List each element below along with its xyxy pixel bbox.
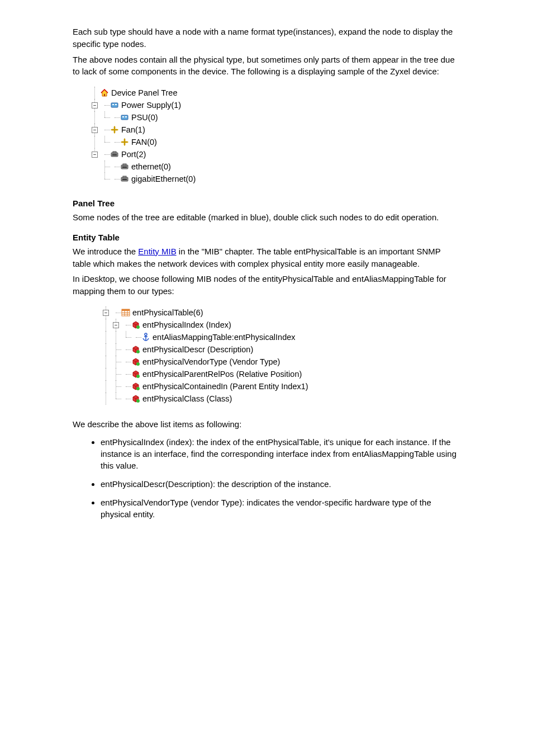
svg-rect-19 <box>122 309 130 311</box>
cube-icon <box>131 344 141 355</box>
cube-icon <box>131 394 141 404</box>
fan-icon <box>110 125 120 135</box>
fan-leaf-label: FAN(0) <box>131 136 157 148</box>
psu-leaf-label: PSU(0) <box>131 111 158 124</box>
tree-root-row[interactable]: Device Panel Tree <box>89 87 257 99</box>
svg-rect-16 <box>123 176 126 178</box>
tree-ethernet-leaf-row[interactable]: ethernet(0) <box>89 160 257 173</box>
anchor-icon <box>141 332 151 342</box>
list-item: entPhysicalVendorType (vendor Type): ind… <box>101 497 460 520</box>
svg-rect-13 <box>123 164 126 166</box>
panel-tree-body: Some nodes of the tree are editable (mar… <box>73 211 460 224</box>
svg-point-29 <box>136 362 140 366</box>
svg-point-32 <box>136 399 140 403</box>
mib-alias-row[interactable]: entAliasMappingTable:entPhysicalIndex <box>101 331 358 343</box>
expander-minus-icon[interactable]: − <box>103 310 109 316</box>
mib-relpos-row[interactable]: entPhysicalParentRelPos (Relative Positi… <box>101 368 358 380</box>
cube-icon <box>131 320 141 330</box>
expander-minus-icon[interactable]: − <box>113 322 119 328</box>
svg-rect-11 <box>112 154 117 155</box>
mib-index-row[interactable]: − entPhysicalIndex (Index) <box>101 319 358 331</box>
mib-class-row[interactable]: entPhysicalClass (Class) <box>101 393 358 405</box>
svg-point-25 <box>145 333 147 336</box>
mib-tree: − entPhysicalTable(6) − entPhysicalIndex… <box>101 303 358 408</box>
entity-table-heading: Entity Table <box>73 233 460 242</box>
device-panel-tree: Device Panel Tree − Power Supply(1) PSU(… <box>89 83 257 188</box>
mib-contained-row[interactable]: entPhysicalContainedIn (Parent Entity In… <box>101 380 358 393</box>
svg-rect-2 <box>112 104 114 105</box>
port-icon <box>120 174 130 184</box>
list-item: entPhysicalIndex (index): the index of t… <box>101 436 460 471</box>
mib-relpos-label: entPhysicalParentRelPos (Relative Positi… <box>142 368 302 380</box>
panel-tree-heading: Panel Tree <box>73 199 460 208</box>
psu-icon <box>110 100 120 110</box>
svg-point-28 <box>136 350 140 353</box>
port-icon <box>120 162 130 172</box>
mib-root-label: entPhysicalTable(6) <box>132 306 203 319</box>
tree-root-label: Device Panel Tree <box>111 87 177 99</box>
expander-minus-icon[interactable]: − <box>92 127 98 133</box>
cube-icon <box>131 357 141 367</box>
psu-icon <box>120 112 130 122</box>
svg-rect-10 <box>113 152 116 153</box>
svg-rect-5 <box>122 116 124 117</box>
mib-index-label: entPhysicalIndex (Index) <box>142 319 231 331</box>
mib-vendor-row[interactable]: entPhysicalVendorType (Vendor Type) <box>101 356 358 368</box>
svg-rect-1 <box>111 103 118 107</box>
mib-alias-label: entAliasMappingTable:entPhysicalIndex <box>153 331 296 343</box>
entity-table-p1: We introduce the Entity MIB in the "MIB"… <box>73 245 460 270</box>
list-item: entPhysicalDescr(Description): the descr… <box>101 478 460 490</box>
svg-point-24 <box>136 325 140 329</box>
entity-mib-link[interactable]: Entity MIB <box>138 247 176 256</box>
mib-descr-label: entPhysicalDescr (Description) <box>142 343 253 356</box>
svg-rect-3 <box>115 104 117 105</box>
svg-rect-17 <box>122 179 127 180</box>
house-icon <box>99 88 110 98</box>
list-intro: We describe the above list items as foll… <box>73 418 460 431</box>
power-supply-label: Power Supply(1) <box>121 99 181 111</box>
svg-rect-6 <box>125 116 127 117</box>
port-icon <box>110 149 120 159</box>
cube-icon <box>131 369 141 379</box>
et-p1-pre: We introduce the <box>73 247 138 256</box>
mib-vendor-label: entPhysicalVendorType (Vendor Type) <box>142 356 280 368</box>
fan-group-label: Fan(1) <box>121 124 145 136</box>
tree-gigabit-leaf-row[interactable]: gigabitEthernet(0) <box>89 173 257 185</box>
cube-icon <box>131 381 141 391</box>
svg-point-31 <box>136 387 140 390</box>
description-list: entPhysicalIndex (index): the index of t… <box>101 436 460 520</box>
tree-power-supply-row[interactable]: − Power Supply(1) <box>89 99 257 111</box>
table-icon <box>121 308 131 318</box>
expander-minus-icon[interactable]: − <box>92 152 98 158</box>
mib-contained-label: entPhysicalContainedIn (Parent Entity In… <box>142 380 308 393</box>
intro-paragraph-2: The above nodes contain all the physical… <box>73 54 460 78</box>
intro-paragraph-1: Each sub type should have a node with a … <box>73 26 460 50</box>
ethernet-leaf-label: ethernet(0) <box>131 160 171 173</box>
tree-psu-leaf-row[interactable]: PSU(0) <box>89 111 257 124</box>
tree-fan-row[interactable]: − Fan(1) <box>89 124 257 136</box>
mib-descr-row[interactable]: entPhysicalDescr (Description) <box>101 343 358 356</box>
mib-root-row[interactable]: − entPhysicalTable(6) <box>101 306 358 319</box>
entity-table-p2: In iDesktop, we choose following MIB nod… <box>73 273 460 297</box>
svg-rect-4 <box>121 115 128 120</box>
svg-point-30 <box>136 375 140 378</box>
svg-rect-14 <box>122 167 127 168</box>
svg-rect-0 <box>104 94 105 96</box>
tree-fan-leaf-row[interactable]: FAN(0) <box>89 136 257 148</box>
port-group-label: Port(2) <box>121 148 146 160</box>
mib-class-label: entPhysicalClass (Class) <box>142 393 232 405</box>
fan-icon <box>120 137 130 147</box>
expander-minus-icon[interactable]: − <box>92 102 98 108</box>
tree-port-row[interactable]: − Port(2) <box>89 148 257 160</box>
gigabit-leaf-label: gigabitEthernet(0) <box>131 173 196 185</box>
